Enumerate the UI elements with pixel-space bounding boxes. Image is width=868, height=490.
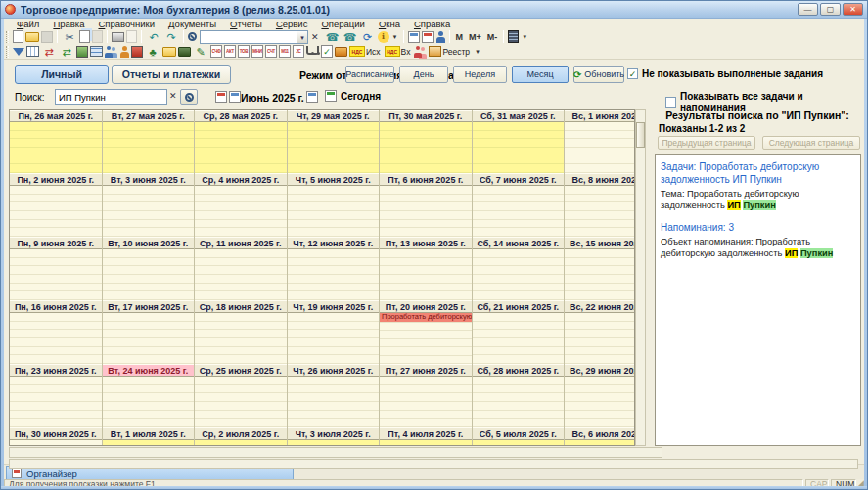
day-cell[interactable] — [288, 411, 380, 420]
notebook-icon[interactable] — [76, 46, 88, 58]
tab-personal[interactable]: Личный — [15, 65, 109, 84]
day-cell[interactable] — [473, 347, 565, 356]
partners-red-icon[interactable] — [414, 46, 427, 58]
day-cell[interactable] — [565, 440, 634, 446]
day-cell[interactable] — [288, 291, 380, 300]
day-cell[interactable] — [288, 440, 380, 446]
menu-item[interactable]: Отчеты — [223, 19, 269, 29]
day-cell[interactable] — [565, 275, 634, 284]
day-cell[interactable] — [473, 291, 565, 300]
day-cell[interactable] — [103, 220, 195, 229]
day-cell[interactable] — [103, 393, 195, 402]
memory-minus-button[interactable]: М- — [484, 32, 501, 42]
close-button[interactable]: ✕ — [843, 3, 863, 16]
day-cell[interactable] — [195, 275, 287, 284]
day-cell[interactable] — [380, 377, 472, 385]
day-cell[interactable] — [195, 411, 287, 420]
day-cell[interactable] — [380, 347, 472, 356]
day-cell[interactable] — [380, 284, 472, 292]
day-column[interactable]: Пт, 20 июня 2025 г.Проработать дебиторск… — [380, 300, 473, 364]
previous-page-button[interactable]: Предыдущая страница — [658, 136, 755, 150]
basket-icon[interactable] — [335, 47, 347, 57]
day-cell[interactable] — [288, 148, 380, 156]
day-cell[interactable] — [103, 284, 195, 292]
day-column[interactable]: Пт, 4 июля 2025 г. — [380, 427, 473, 446]
day-cell[interactable] — [380, 228, 472, 237]
find-next-icon[interactable]: ☎ — [325, 30, 341, 44]
day-cell[interactable] — [10, 355, 102, 364]
day-cell[interactable] — [473, 266, 565, 275]
day-cell[interactable] — [103, 411, 195, 420]
day-cell[interactable] — [473, 220, 565, 229]
day-cell[interactable] — [10, 393, 102, 402]
hide-done-checkbox[interactable]: ✓ Не показывать выполненые задания — [627, 68, 823, 79]
journal-icon[interactable] — [26, 46, 39, 57]
day-cell[interactable] — [103, 186, 195, 195]
day-cell[interactable] — [565, 393, 634, 402]
month-calendar-icon[interactable] — [229, 91, 241, 103]
memory-recall-button[interactable]: М — [453, 32, 467, 42]
day-column[interactable]: Пт, 6 июня 2025 г. — [380, 173, 473, 237]
day-cell[interactable] — [288, 284, 380, 292]
day-column[interactable]: Вт, 17 июня 2025 г. — [103, 300, 196, 364]
day-cell[interactable] — [380, 291, 472, 300]
day-cell[interactable] — [565, 330, 634, 338]
day-cell[interactable] — [565, 338, 634, 347]
new-document-icon[interactable] — [13, 30, 23, 43]
reminders-calendar-icon[interactable] — [422, 31, 434, 43]
day-cell[interactable] — [195, 402, 287, 411]
day-cell[interactable] — [565, 402, 634, 411]
day-column[interactable]: Вт, 24 июня 2025 г. — [103, 364, 196, 427]
memory-plus-button[interactable]: М+ — [466, 32, 484, 42]
form-horizontal-scrollbar[interactable] — [9, 459, 858, 469]
day-cell[interactable] — [473, 330, 565, 338]
menu-item[interactable]: Правка — [46, 19, 91, 29]
day-cell[interactable] — [103, 131, 195, 140]
day-cell[interactable] — [195, 139, 287, 148]
day-cell[interactable] — [103, 228, 195, 237]
day-cell[interactable] — [103, 258, 195, 267]
day-cell[interactable] — [565, 249, 634, 258]
menu-item[interactable]: Справочники — [91, 19, 161, 29]
day-cell[interactable] — [288, 122, 380, 131]
day-cell[interactable] — [565, 266, 634, 275]
cart-icon[interactable] — [306, 46, 319, 55]
day-cell[interactable] — [565, 211, 634, 220]
day-cell[interactable] — [473, 411, 565, 420]
day-cell[interactable] — [565, 202, 634, 211]
show-all-checkbox-box[interactable] — [665, 97, 676, 108]
doc-act-icon[interactable]: АКТ — [224, 45, 236, 58]
day-cell[interactable] — [473, 322, 565, 331]
day-cell[interactable] — [10, 330, 102, 338]
day-cell[interactable] — [288, 275, 380, 284]
day-cell[interactable] — [103, 440, 195, 446]
nature-icon[interactable]: ♣ — [145, 45, 160, 59]
day-cell[interactable] — [380, 411, 472, 420]
day-column[interactable]: Ср, 2 июля 2025 г. — [195, 427, 288, 446]
day-column[interactable]: Пн, 2 июня 2025 г. — [10, 173, 103, 237]
day-cell[interactable] — [195, 393, 287, 402]
day-cell[interactable] — [565, 411, 634, 420]
day-cell[interactable] — [288, 402, 380, 411]
day-cell[interactable] — [195, 419, 287, 427]
day-cell[interactable] — [473, 186, 565, 195]
day-cell[interactable] — [565, 122, 634, 131]
day-column[interactable]: Вс, 15 июня 2025 г. — [565, 237, 634, 300]
menu-item[interactable]: Окна — [372, 19, 407, 29]
day-cell[interactable] — [10, 195, 102, 203]
day-cell[interactable] — [195, 258, 287, 267]
day-cell[interactable] — [103, 402, 195, 411]
day-cell[interactable] — [380, 131, 472, 140]
day-cell[interactable] — [195, 202, 287, 211]
menu-item[interactable]: Операции — [314, 19, 371, 29]
day-cell[interactable] — [195, 195, 287, 203]
day-cell[interactable] — [288, 164, 380, 173]
day-column[interactable]: Пн, 26 мая 2025 г. — [10, 110, 103, 173]
day-cell[interactable] — [565, 258, 634, 267]
red-book-icon[interactable] — [131, 46, 143, 58]
day-cell[interactable] — [380, 186, 472, 195]
doc-mni-icon[interactable]: МНИ — [251, 45, 263, 58]
day-column[interactable]: Сб, 14 июня 2025 г. — [473, 237, 566, 300]
result-link[interactable]: Задачи: Проработать дебиторскую задолжен… — [661, 160, 855, 186]
day-cell[interactable] — [103, 330, 195, 338]
